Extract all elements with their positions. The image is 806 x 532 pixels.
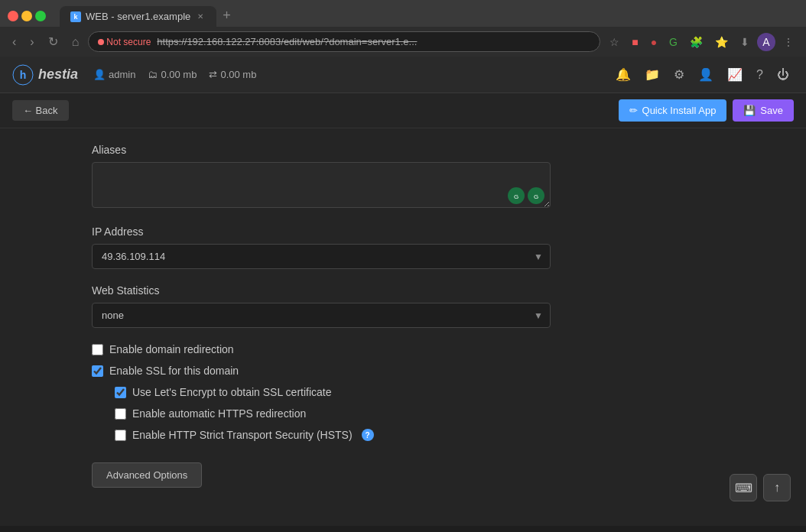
hsts-row[interactable]: Enable HTTP Strict Transport Security (H… [115, 429, 714, 441]
https-redirect-checkbox[interactable] [115, 408, 126, 420]
pencil-icon: ✏ [629, 105, 638, 116]
ram-info-1: 🗂 0.00 mb [148, 69, 197, 80]
aliases-textarea[interactable] [92, 162, 551, 208]
grammarly-icon-2: G [528, 187, 544, 204]
ssl-row[interactable]: Enable SSL for this domain [92, 365, 714, 377]
web-stats-label: Web Statistics [92, 284, 714, 297]
home-button[interactable]: ⌂ [67, 32, 84, 52]
extensions-button[interactable]: 🧩 [685, 33, 707, 51]
https-redirect-label: Enable automatic HTTPS redirection [132, 407, 306, 420]
url-text: https://192.168.122.27:8083/edit/web/?do… [157, 36, 417, 47]
domain-redirect-row[interactable]: Enable domain redirection [92, 343, 714, 355]
maximize-button[interactable] [35, 11, 46, 21]
back-button[interactable]: ← Back [12, 100, 69, 121]
app-header: h hestia 👤 admin 🗂 0.00 mb ⇄ 0.00 mb 🔔 📁… [0, 57, 806, 93]
extension-circle-button[interactable]: ● [646, 33, 661, 51]
window-controls [8, 11, 46, 21]
aliases-label: Aliases [92, 144, 714, 156]
ip-address-select[interactable]: 49.36.109.114 [92, 244, 551, 269]
tab-favicon: k [70, 11, 81, 22]
hsts-label: Enable HTTP Strict Transport Security (H… [132, 429, 353, 441]
admin-label: admin [109, 69, 135, 80]
hsts-checkbox[interactable] [115, 430, 126, 441]
browser-nav: ‹ › ↻ ⌂ Not secure https://192.168.122.2… [0, 27, 806, 57]
extension-g-button[interactable]: G [665, 33, 682, 51]
minimize-button[interactable] [21, 11, 32, 21]
notifications-button[interactable]: 🔔 [611, 63, 635, 86]
letsencrypt-row[interactable]: Use Let's Encrypt to obtain SSL certific… [115, 386, 714, 398]
security-dot [98, 39, 104, 45]
https-redirect-row[interactable]: Enable automatic HTTPS redirection [115, 407, 714, 420]
scroll-up-button[interactable]: ↑ [763, 474, 791, 501]
active-tab[interactable]: k WEB - server1.example ✕ [60, 6, 216, 27]
domain-redirect-checkbox[interactable] [92, 344, 103, 355]
ssl-label: Enable SSL for this domain [109, 365, 239, 377]
svg-text:G: G [534, 193, 538, 200]
ip-address-select-wrapper: 49.36.109.114 ▼ [92, 244, 551, 269]
help-button[interactable]: ? [752, 63, 768, 86]
action-bar: ← Back ✏ Quick Install App 💾 Save [0, 93, 806, 128]
checkboxes-section: Enable domain redirection Enable SSL for… [92, 343, 714, 441]
profile-button[interactable]: A [757, 33, 775, 51]
letsencrypt-label: Use Let's Encrypt to obtain SSL certific… [132, 386, 332, 398]
main-content: Aliases G G IP Address 49.36.109.114 [0, 128, 806, 526]
ram-value-1: 0.00 mb [161, 69, 197, 80]
hestia-logo-svg: h [12, 64, 34, 86]
menu-button[interactable]: ⋮ [778, 33, 798, 51]
grammarly-icon-1: G [508, 187, 525, 204]
web-stats-select-wrapper: none ▼ [92, 303, 551, 328]
ram-icon-1: 🗂 [148, 69, 158, 80]
address-bar[interactable]: Not secure https://192.168.122.27:8083/e… [88, 31, 600, 52]
header-info: 👤 admin 🗂 0.00 mb ⇄ 0.00 mb [93, 69, 256, 80]
browser-window: k WEB - server1.example ✕ + ‹ › ↻ ⌂ Not … [0, 0, 806, 532]
tab-title: WEB - server1.example [86, 11, 190, 22]
ip-address-label: IP Address [92, 225, 714, 238]
quick-install-button[interactable]: ✏ Quick Install App [619, 99, 727, 122]
svg-text:G: G [514, 193, 518, 200]
ip-address-section: IP Address 49.36.109.114 ▼ [92, 225, 714, 269]
new-tab-button[interactable]: + [216, 5, 237, 27]
extension-red-button[interactable]: ■ [627, 33, 642, 51]
tab-bar: k WEB - server1.example ✕ + [60, 5, 237, 27]
save-label: Save [760, 105, 783, 116]
stats-button[interactable]: 📈 [723, 63, 747, 86]
bookmarks-button[interactable]: ⭐ [710, 33, 733, 51]
textarea-icons: G G [508, 187, 544, 204]
browser-titlebar: k WEB - server1.example ✕ + [0, 0, 806, 27]
advanced-options-button[interactable]: Advanced Options [92, 462, 202, 488]
ssl-sub-options: Use Let's Encrypt to obtain SSL certific… [92, 386, 714, 441]
hsts-help-icon[interactable]: ? [362, 429, 374, 441]
ram-info-2: ⇄ 0.00 mb [209, 69, 256, 80]
letsencrypt-checkbox[interactable] [115, 387, 126, 398]
save-button[interactable]: 💾 Save [733, 99, 794, 122]
refresh-button[interactable]: ↻ [44, 31, 63, 52]
user-button[interactable]: 👤 [694, 63, 718, 86]
files-button[interactable]: 📁 [640, 63, 665, 86]
aliases-section: Aliases G G [92, 144, 714, 210]
security-indicator: Not secure [98, 37, 151, 47]
tab-close-button[interactable]: ✕ [195, 11, 206, 22]
admin-info: 👤 admin [93, 69, 135, 80]
download-button[interactable]: ⬇ [736, 33, 754, 51]
keyboard-button[interactable]: ⌨ [730, 474, 757, 501]
logout-button[interactable]: ⏻ [772, 63, 794, 86]
app-logo: h hestia [12, 64, 78, 86]
scroll-buttons: ⌨ ↑ [730, 474, 791, 501]
ram-value-2: 0.00 mb [220, 69, 256, 80]
save-icon: 💾 [743, 105, 756, 116]
back-nav-button[interactable]: ‹ [8, 32, 21, 52]
domain-redirect-label: Enable domain redirection [109, 343, 234, 355]
transfer-icon: ⇄ [209, 69, 217, 80]
header-icons: 🔔 📁 ⚙ 👤 📈 ? ⏻ [611, 63, 794, 86]
logo-icon: h [12, 64, 34, 86]
web-stats-select[interactable]: none [92, 303, 551, 328]
close-button[interactable] [8, 11, 18, 21]
ssl-checkbox[interactable] [92, 365, 103, 377]
nav-icons: ☆ ■ ● G 🧩 ⭐ ⬇ A ⋮ [605, 33, 798, 51]
settings-button[interactable]: ⚙ [669, 63, 689, 86]
bookmark-button[interactable]: ☆ [605, 33, 624, 51]
user-icon: 👤 [93, 69, 106, 80]
logo-text: hestia [38, 66, 78, 83]
forward-nav-button[interactable]: › [25, 32, 38, 52]
advanced-options-section: Advanced Options [92, 456, 714, 488]
